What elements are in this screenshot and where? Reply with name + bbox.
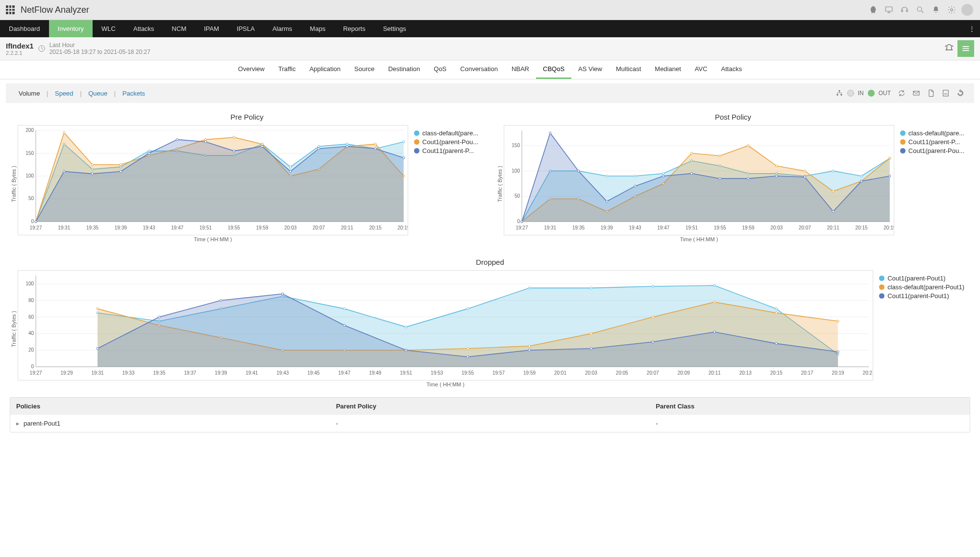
nav-ipsla[interactable]: IPSLA [228, 20, 264, 37]
legend-item[interactable]: Cout1(parent-Pou... [414, 138, 478, 146]
legend-item[interactable]: class-default(pare... [900, 129, 964, 137]
svg-point-224 [837, 351, 839, 353]
tab-attacks[interactable]: Attacks [714, 60, 749, 79]
bell-icon[interactable] [929, 3, 943, 17]
svg-point-58 [261, 143, 263, 145]
svg-text:19:51: 19:51 [686, 225, 698, 230]
nav-maps[interactable]: Maps [301, 20, 334, 37]
tab-source[interactable]: Source [347, 60, 381, 79]
csv-export-icon[interactable]: csv [940, 87, 952, 99]
svg-point-217 [405, 349, 407, 351]
table-row[interactable]: ▸parent-Pout1-- [10, 415, 970, 432]
svg-point-73 [290, 171, 292, 173]
svg-point-107 [662, 173, 664, 175]
svg-text:19:47: 19:47 [171, 225, 183, 230]
svg-point-69 [176, 138, 178, 140]
time-range-label[interactable]: Last Hour [49, 42, 150, 49]
nav-inventory[interactable]: Inventory [49, 20, 93, 37]
legend-item[interactable]: Cout11(parent-Pout1) [879, 292, 964, 300]
svg-point-143 [889, 175, 891, 177]
tab-as-view[interactable]: AS View [571, 60, 609, 79]
app-title: NetFlow Analyzer [21, 5, 89, 15]
apps-grid-icon[interactable] [6, 5, 15, 14]
refresh-icon[interactable] [896, 87, 907, 99]
metric-queue[interactable]: Queue [83, 90, 112, 97]
svg-text:200: 200 [25, 127, 34, 133]
expand-icon[interactable]: ▸ [16, 420, 20, 427]
svg-text:19:45: 19:45 [307, 370, 319, 376]
svg-point-45 [290, 166, 292, 168]
legend-item[interactable]: class-default(parent-Pout1) [879, 283, 964, 291]
reset-icon[interactable] [955, 87, 966, 99]
svg-point-219 [528, 349, 530, 351]
table-header: Parent Class [650, 398, 970, 415]
svg-point-209 [713, 301, 715, 303]
svg-text:100: 100 [25, 281, 34, 286]
legend-item[interactable]: class-default(pare... [414, 129, 478, 137]
svg-text:19:29: 19:29 [61, 370, 73, 376]
svg-text:40: 40 [28, 330, 34, 336]
svg-point-210 [775, 312, 777, 314]
metric-volume[interactable]: Volume [14, 90, 45, 97]
menu-toggle-icon[interactable] [957, 40, 974, 57]
svg-text:19:51: 19:51 [199, 225, 212, 230]
gear-icon[interactable] [945, 3, 958, 17]
metric-packets[interactable]: Packets [118, 90, 150, 97]
tab-application[interactable]: Application [302, 60, 347, 79]
nav-wlc[interactable]: WLC [93, 20, 124, 37]
tab-qos[interactable]: QoS [427, 60, 453, 79]
mail-icon[interactable] [910, 87, 922, 99]
svg-point-52 [91, 164, 93, 166]
nav-alarms[interactable]: Alarms [264, 20, 301, 37]
monitor-icon[interactable] [882, 3, 896, 17]
nav-ipam[interactable]: IPAM [195, 20, 228, 37]
tab-cbqos[interactable]: CBQoS [536, 60, 571, 79]
tab-multicast[interactable]: Multicast [609, 60, 648, 79]
tab-medianet[interactable]: Medianet [648, 60, 687, 79]
tab-avc[interactable]: AVC [688, 60, 714, 79]
svg-point-139 [776, 175, 778, 177]
legend-item[interactable]: Cout1(parent-Pou... [900, 147, 964, 154]
svg-point-135 [662, 175, 664, 177]
svg-text:19:35: 19:35 [86, 225, 98, 230]
rocket-icon[interactable] [866, 3, 880, 17]
svg-point-208 [652, 316, 654, 318]
svg-text:19:51: 19:51 [400, 370, 412, 376]
legend-item[interactable]: Cout11(parent-P... [900, 138, 964, 146]
user-avatar[interactable] [960, 3, 974, 17]
svg-text:20: 20 [28, 347, 34, 353]
svg-text:80: 80 [28, 298, 34, 303]
nav-ncm[interactable]: NCM [163, 20, 196, 37]
svg-point-53 [120, 164, 122, 166]
nav-dashboard[interactable]: Dashboard [0, 20, 49, 37]
nav-more-icon[interactable]: ⋮ [964, 22, 980, 35]
svg-point-126 [804, 170, 806, 172]
legend-item[interactable]: Cout11(parent-P... [414, 147, 478, 154]
tab-overview[interactable]: Overview [231, 60, 271, 79]
nav-reports[interactable]: Reports [334, 20, 374, 37]
svg-point-215 [282, 293, 284, 295]
tab-destination[interactable]: Destination [381, 60, 427, 79]
interface-name: IfIndex1 [6, 42, 34, 50]
svg-point-75 [346, 145, 348, 147]
svg-text:20:15: 20:15 [856, 225, 868, 230]
nav-settings[interactable]: Settings [374, 20, 415, 37]
headset-icon[interactable] [898, 3, 911, 17]
alert-config-icon[interactable] [941, 40, 957, 57]
tab-nbar[interactable]: NBAR [505, 60, 536, 79]
hierarchy-icon[interactable] [833, 87, 845, 99]
legend-item[interactable]: Cout1(parent-Pout1) [879, 275, 964, 282]
tab-conversation[interactable]: Conversation [453, 60, 505, 79]
pdf-export-icon[interactable] [925, 87, 937, 99]
in-toggle[interactable] [847, 90, 854, 97]
svg-point-40 [148, 150, 150, 152]
svg-text:20:07: 20:07 [313, 225, 325, 230]
out-toggle[interactable] [868, 90, 875, 97]
metric-speed[interactable]: Speed [50, 90, 78, 97]
nav-attacks[interactable]: Attacks [124, 20, 163, 37]
svg-text:50: 50 [28, 196, 34, 201]
tab-traffic[interactable]: Traffic [271, 60, 302, 79]
search-icon[interactable] [913, 3, 927, 17]
svg-point-132 [577, 170, 579, 172]
svg-point-67 [120, 171, 122, 173]
